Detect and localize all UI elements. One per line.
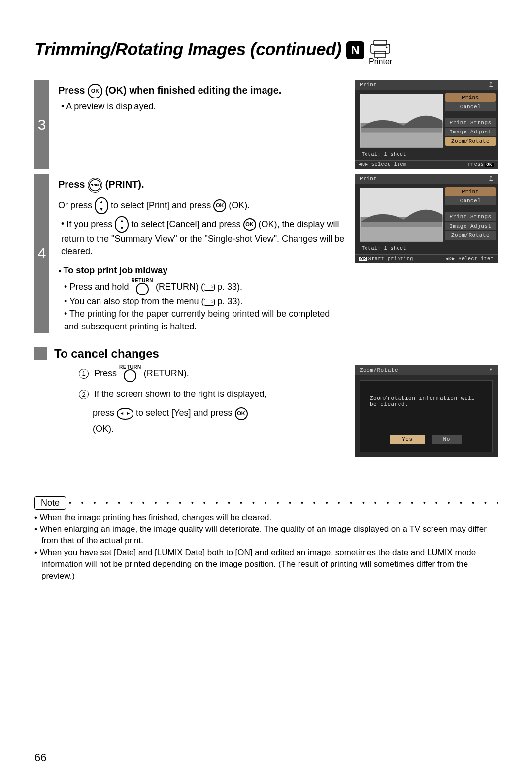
- stop-heading: To stop print job midway: [58, 264, 346, 277]
- svg-point-3: [386, 47, 388, 48]
- updown-button-icon: ▲▼: [115, 216, 129, 233]
- print-button-icon: PRINT: [88, 178, 102, 193]
- screen1-preview-image: [360, 94, 443, 148]
- cancel-steps: 1 Press RETURN (RETURN). 2 If the screen…: [34, 365, 346, 437]
- screen2-foot-left: OKStart printing: [359, 256, 413, 261]
- note-dots: • • • • • • • • • • • • • • • • • • • • …: [69, 499, 498, 507]
- screen-print-preview-1: PrintP Total: 1 sheet Print Cancel Print…: [355, 80, 498, 169]
- printer-icon: Printer: [369, 39, 392, 66]
- step4-or-a: Or press: [58, 200, 95, 210]
- n-badge-icon: N: [346, 41, 364, 59]
- step3-head-a: Press: [58, 85, 88, 96]
- screen1-menu-settings: Print Sttngs: [445, 118, 496, 127]
- screen1-total: Total: 1 sheet: [355, 152, 443, 160]
- screen1-foot-right: PressOK: [468, 162, 494, 167]
- step-3-body: Press OK (OK) when finished editing the …: [58, 80, 346, 113]
- step4-if-bullet: If you press ▲▼ to select [Cancel] and p…: [61, 216, 346, 258]
- leftright-button-icon: ◄►: [117, 408, 133, 420]
- screen3-p-icon: P: [489, 367, 493, 373]
- svg-rect-9: [361, 227, 443, 241]
- step-4-body: Press PRINT (PRINT). Or press ▲▼ to sele…: [58, 174, 346, 333]
- stop-bullet-3: The printing for the paper currently bei…: [64, 308, 346, 332]
- screen3-message: Zoom/rotation information will be cleare…: [360, 381, 492, 435]
- circled-2-icon: 2: [79, 390, 89, 399]
- screen1-menu-print: Print: [445, 93, 496, 102]
- step4-or-b: to select [Print] and press: [111, 200, 213, 210]
- step-number-3: 3: [34, 80, 49, 169]
- screen3-yes: Yes: [390, 435, 424, 444]
- screen2-p-icon: P: [489, 176, 493, 182]
- screen1-menu-adjust: Image Adjust: [445, 128, 496, 136]
- note-3: When you have set [Date] and [LUMIX Date…: [34, 547, 498, 582]
- printer-label: Printer: [369, 57, 392, 66]
- notes-list: When the image printing has finished, ch…: [34, 510, 498, 582]
- page-header: Trimming/Rotating Images (continued) N P…: [34, 39, 498, 66]
- step-3-row: 3 Press OK (OK) when finished editing th…: [34, 80, 498, 169]
- screen1-menu-cancel: Cancel: [445, 102, 496, 111]
- screen2-menu-zoom: Zoom/Rotate: [445, 231, 496, 240]
- step4-head-a: Press: [58, 179, 88, 190]
- ref-icon: [204, 284, 215, 291]
- step-number-4: 4: [34, 174, 49, 333]
- svg-rect-6: [361, 133, 443, 147]
- step-4-row: 4 Press PRINT (PRINT). Or press ▲▼ to se…: [34, 174, 498, 333]
- return-button-icon: [124, 369, 136, 382]
- screen-print-preview-2: PrintP Total: 1 sheet Print Cancel Print…: [355, 174, 498, 263]
- updown-button-icon: ▲▼: [95, 197, 108, 214]
- note-label: Note: [34, 496, 66, 510]
- page-number: 66: [34, 751, 46, 764]
- step3-bullet: A preview is displayed.: [61, 100, 346, 113]
- ok-button-icon: OK: [213, 199, 226, 212]
- screen2-menu-settings: Print Sttngs: [445, 212, 496, 221]
- screen2-title: Print: [360, 176, 377, 182]
- return-button-icon: [136, 283, 149, 295]
- cancel-title: To cancel changes: [54, 347, 159, 360]
- cancel-section-head: To cancel changes: [34, 347, 498, 360]
- screen-zoom-rotate-dialog: Zoom/RotateP Zoom/rotation information w…: [355, 365, 498, 457]
- screen2-menu-adjust: Image Adjust: [445, 222, 496, 230]
- screen2-foot-right: ◄◊► Select item: [445, 256, 494, 261]
- step4-head-b: (PRINT).: [105, 179, 144, 190]
- stop-bullet-1: Press and hold RETURN (RETURN) ( p. 33).: [64, 279, 346, 295]
- screen2-menu-print: Print: [445, 187, 496, 196]
- circled-1-icon: 1: [79, 369, 89, 379]
- note-header: Note • • • • • • • • • • • • • • • • • •…: [34, 496, 498, 510]
- screen1-menu-zoom: Zoom/Rotate: [445, 137, 496, 146]
- section-square-icon: [34, 347, 47, 360]
- ok-button-icon: OK: [88, 84, 102, 98]
- svg-rect-2: [375, 51, 386, 57]
- note-2: When enlarging an image, the image quali…: [34, 523, 498, 547]
- screen2-preview-image: [360, 188, 443, 242]
- screen1-title: Print: [360, 82, 377, 88]
- step3-head-b: (OK) when finished editing the image.: [105, 85, 282, 96]
- ok-button-icon: OK: [235, 407, 248, 420]
- step4-or-c: (OK).: [229, 200, 250, 210]
- screen3-no: No: [432, 435, 462, 444]
- note-1: When the image printing has finished, ch…: [34, 512, 498, 523]
- screen1-foot-left: ◄◊► Select item: [359, 162, 407, 167]
- ref-icon: [204, 299, 215, 306]
- page-title: Trimming/Rotating Images (continued): [34, 39, 341, 59]
- stop-bullet-2: You can also stop from the menu ( p. 33)…: [64, 295, 346, 308]
- screen2-total: Total: 1 sheet: [355, 246, 443, 254]
- cancel-s2: If the screen shown to the right is disp…: [94, 389, 266, 399]
- screen1-p-icon: P: [489, 82, 493, 88]
- ok-button-icon: OK: [243, 218, 256, 231]
- screen3-title: Zoom/Rotate: [360, 367, 398, 373]
- screen2-menu-cancel: Cancel: [445, 196, 496, 205]
